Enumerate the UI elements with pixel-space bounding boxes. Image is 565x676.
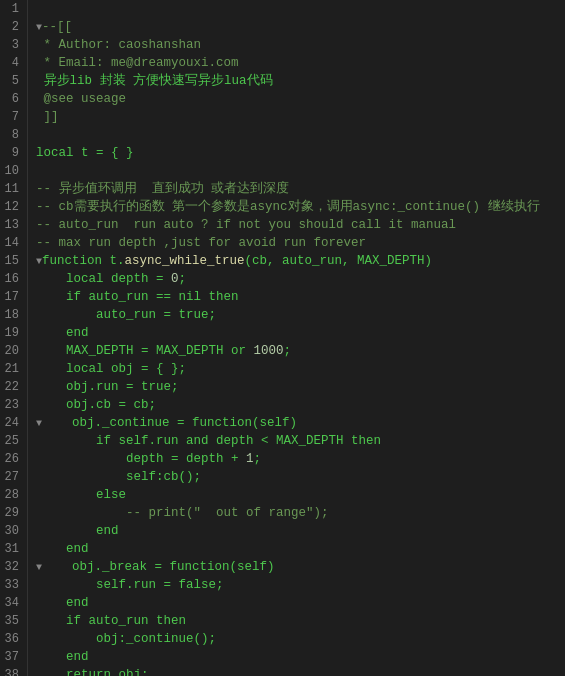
- code-line-31: end: [36, 540, 565, 558]
- code-line-37: end: [36, 648, 565, 666]
- code-line-20: MAX_DEPTH = MAX_DEPTH or 1000;: [36, 342, 565, 360]
- code-line-34: end: [36, 594, 565, 612]
- code-line-13: -- auto_run run auto ? if not you should…: [36, 216, 565, 234]
- line-numbers: 1 2 3 4 5 6 7 8 9 10 11 12 13 14 15 16 1…: [0, 0, 28, 676]
- code-line-12: -- cb需要执行的函数 第一个参数是async对象，调用async:_cont…: [36, 198, 565, 216]
- code-line-2: ▼--[[: [36, 18, 565, 36]
- code-line-24: ▼ obj._continue = function(self): [36, 414, 565, 432]
- code-line-11: -- 异步值环调用 直到成功 或者达到深度: [36, 180, 565, 198]
- code-line-5: 异步lib 封装 方便快速写异步lua代码: [36, 72, 565, 90]
- code-line-29: -- print(" out of range");: [36, 504, 565, 522]
- code-line-32: ▼ obj._break = function(self): [36, 558, 565, 576]
- code-line-17: if auto_run == nil then: [36, 288, 565, 306]
- code-line-25: if self.run and depth < MAX_DEPTH then: [36, 432, 565, 450]
- code-line-28: else: [36, 486, 565, 504]
- code-line-9: local t = { }: [36, 144, 565, 162]
- code-line-33: self.run = false;: [36, 576, 565, 594]
- code-line-27: self:cb();: [36, 468, 565, 486]
- code-line-22: obj.run = true;: [36, 378, 565, 396]
- code-line-38: return obj;: [36, 666, 565, 676]
- code-line-4: * Email: me@dreamyouxi.com: [36, 54, 565, 72]
- code-body: ▼--[[ * Author: caoshanshan * Email: me@…: [28, 0, 565, 676]
- code-line-15: ▼function t.async_while_true(cb, auto_ru…: [36, 252, 565, 270]
- code-line-10: [36, 162, 565, 180]
- code-line-14: -- max run depth ,just for avoid run for…: [36, 234, 565, 252]
- code-line-1: [36, 0, 565, 18]
- code-line-7: ]]: [36, 108, 565, 126]
- code-line-36: obj:_continue();: [36, 630, 565, 648]
- code-line-23: obj.cb = cb;: [36, 396, 565, 414]
- code-editor: 1 2 3 4 5 6 7 8 9 10 11 12 13 14 15 16 1…: [0, 0, 565, 676]
- code-line-6: @see useage: [36, 90, 565, 108]
- code-line-35: if auto_run then: [36, 612, 565, 630]
- code-line-21: local obj = { };: [36, 360, 565, 378]
- code-line-8: [36, 126, 565, 144]
- code-line-19: end: [36, 324, 565, 342]
- code-line-30: end: [36, 522, 565, 540]
- code-line-26: depth = depth + 1;: [36, 450, 565, 468]
- code-line-18: auto_run = true;: [36, 306, 565, 324]
- code-line-16: local depth = 0;: [36, 270, 565, 288]
- code-line-3: * Author: caoshanshan: [36, 36, 565, 54]
